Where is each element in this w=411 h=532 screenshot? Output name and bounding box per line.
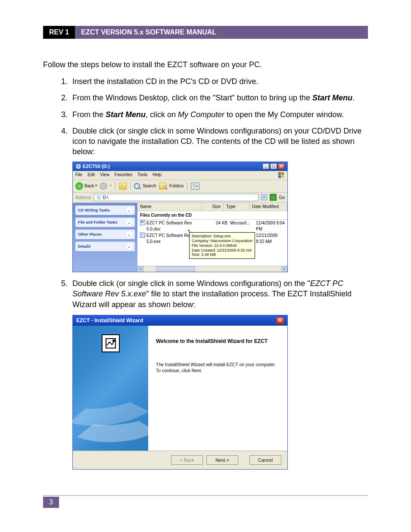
installshield-logo-icon <box>102 334 120 352</box>
file-tooltip: Description: Setup.exe Company: Macrovis… <box>189 232 255 259</box>
menu-tools[interactable]: Tools <box>137 172 147 179</box>
close-button[interactable]: ✕ <box>278 163 285 169</box>
sidebar-file-folder-tasks[interactable]: File and Folder Tasks⌄ <box>75 218 135 227</box>
address-field[interactable]: 💿 D:\ <box>94 194 258 202</box>
menu-help[interactable]: Help <box>153 172 162 179</box>
svg-rect-3 <box>281 175 284 178</box>
step-4: Double click (or single click in some Wi… <box>70 126 368 272</box>
manual-title: EZCT VERSION 5.x SOFTWARE MANUAL <box>75 26 368 39</box>
col-date[interactable]: Date Modified <box>249 203 287 211</box>
wizard-side-graphic <box>73 326 148 451</box>
exe-file-icon <box>140 233 145 238</box>
wizard-content: Welcome to the InstallShield Wizard for … <box>148 326 287 451</box>
menu-favorites[interactable]: Favorites <box>115 172 132 179</box>
page-number: 3 <box>43 497 59 508</box>
address-label: Address <box>75 195 91 201</box>
col-name[interactable]: Name <box>137 203 202 211</box>
svg-rect-0 <box>278 172 281 175</box>
explorer-menubar: File Edit View Favorites Tools Help <box>73 171 287 180</box>
chevron-down-icon[interactable]: ⌄ <box>126 207 132 213</box>
wizard-heading: Welcome to the InstallShield Wizard for … <box>156 338 280 345</box>
chevron-down-icon[interactable]: ⌄ <box>126 231 132 237</box>
minimize-button[interactable]: _ <box>262 163 269 169</box>
installshield-window: EZCT - InstallShield Wizard ✕ Welcome to… <box>72 315 288 470</box>
chevron-down-icon[interactable]: ⌄ <box>126 219 132 225</box>
address-dropdown[interactable]: ▾ <box>261 194 267 200</box>
page-footer: 3 <box>43 495 368 508</box>
step-1: Insert the installation CD in the PC's C… <box>70 76 368 87</box>
install-steps: Insert the installation CD in the PC's C… <box>43 76 368 470</box>
menu-view[interactable]: View <box>100 172 109 179</box>
intro-text: Follow the steps below to install the EZ… <box>43 60 368 69</box>
maximize-button[interactable]: □ <box>270 163 277 169</box>
explorer-titlebar: 💿 EZCT50 (D:) _ □ ✕ <box>73 162 287 171</box>
wizard-titlebar: EZCT - InstallShield Wizard ✕ <box>73 315 287 326</box>
forward-button[interactable]: → <box>100 182 107 190</box>
step-2: From the Windows Desktop, click on the "… <box>70 93 368 103</box>
wizard-title: EZCT - InstallShield Wizard <box>76 317 143 324</box>
up-folder-icon[interactable] <box>119 183 127 190</box>
cancel-button[interactable]: Cancel <box>249 455 281 465</box>
search-button[interactable]: Search <box>143 183 156 189</box>
horizontal-scrollbar[interactable]: ◂ ▸ <box>137 266 287 272</box>
step-5: Double click (or single click in some Wi… <box>70 278 368 470</box>
col-type[interactable]: Type <box>224 203 249 211</box>
group-header: Files Currently on the CD <box>137 211 287 220</box>
rev-label: REV 1 <box>43 26 75 39</box>
cd-drive-icon: 💿 <box>96 195 101 201</box>
sidebar-details[interactable]: Details⌄ <box>75 242 135 251</box>
folders-icon[interactable] <box>159 183 167 190</box>
go-button[interactable]: → <box>270 194 277 201</box>
wizard-button-row: < Back Next > Cancel <box>73 451 287 469</box>
search-icon[interactable] <box>134 183 140 189</box>
explorer-file-pane: Name Size Type Date Modified Files Curre… <box>137 203 287 272</box>
step-3: From the Start Menu, click on My Compute… <box>70 109 368 120</box>
sidebar-cd-tasks[interactable]: CD Writing Tasks⌄ <box>75 205 135 215</box>
svg-point-5 <box>112 339 115 342</box>
back-button[interactable]: ← Back ▾ <box>75 182 97 190</box>
explorer-window: 💿 EZCT50 (D:) _ □ ✕ File Edit View Favor… <box>72 162 288 272</box>
col-size[interactable]: Size <box>202 203 224 211</box>
explorer-sidebar: CD Writing Tasks⌄ File and Folder Tasks⌄… <box>73 203 137 272</box>
menu-file[interactable]: File <box>75 172 82 179</box>
folders-button[interactable]: Folders <box>169 183 184 189</box>
address-bar: Address 💿 D:\ ▾ → Go <box>73 193 287 203</box>
go-label: Go <box>279 195 285 201</box>
cd-drive-icon: 💿 <box>75 163 83 170</box>
svg-rect-2 <box>278 175 281 178</box>
page-header: REV 1 EZCT VERSION 5.x SOFTWARE MANUAL <box>43 26 368 39</box>
explorer-toolbar: ← Back ▾ → ▾ Search Folders ☷▾ <box>73 180 287 193</box>
windows-flag-icon <box>278 172 285 179</box>
svg-rect-1 <box>281 172 284 175</box>
doc-file-icon <box>140 220 145 225</box>
sidebar-other-places[interactable]: Other Places⌄ <box>75 230 135 239</box>
wizard-body-text: The InstallShield Wizard will install EZ… <box>156 362 280 373</box>
explorer-title: EZCT50 (D:) <box>83 163 110 170</box>
close-button[interactable]: ✕ <box>276 317 284 324</box>
file-row[interactable]: EZCT PC Software Rev 5.0.doc 24 KB Micro… <box>137 220 287 232</box>
next-button[interactable]: Next > <box>206 455 238 465</box>
column-headers: Name Size Type Date Modified <box>137 203 287 211</box>
back-button: < Back <box>171 455 203 465</box>
menu-edit[interactable]: Edit <box>87 172 95 179</box>
views-button[interactable]: ☷▾ <box>191 183 199 190</box>
chevron-down-icon[interactable]: ⌄ <box>126 243 132 249</box>
